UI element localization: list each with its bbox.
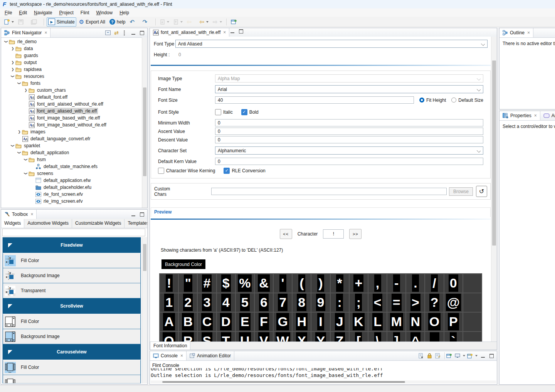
simulate-button[interactable]: ▶ Simulate bbox=[47, 17, 76, 27]
character-cell[interactable]: V bbox=[254, 331, 273, 342]
character-cell[interactable]: < bbox=[368, 293, 387, 312]
clear-console-button[interactable] bbox=[418, 353, 424, 359]
tree-item[interactable]: AAfont_image_based_with_rle.eff bbox=[1, 114, 142, 121]
tree-expander-icon[interactable]: ❯ bbox=[17, 81, 21, 86]
character-cell[interactable]: F bbox=[254, 312, 273, 331]
character-cell[interactable]: ! bbox=[160, 274, 178, 293]
minimize-button[interactable] bbox=[480, 353, 486, 359]
tree-item[interactable]: ❯resources bbox=[1, 73, 142, 80]
character-cell[interactable]: 1 bbox=[160, 293, 178, 312]
previous-annotation-button[interactable] bbox=[172, 17, 184, 27]
menu-flint[interactable]: Flint bbox=[77, 9, 93, 17]
character-cell[interactable]: ; bbox=[349, 293, 368, 312]
ascent-value-input[interactable]: 0 bbox=[215, 128, 483, 135]
character-cell[interactable]: # bbox=[197, 274, 216, 293]
tree-item[interactable]: ❯custom_chars bbox=[1, 87, 142, 94]
character-cell[interactable]: A bbox=[160, 312, 178, 331]
custom-chars-input[interactable] bbox=[211, 188, 447, 195]
tree-expander-icon[interactable]: ❯ bbox=[23, 88, 29, 92]
pin-console-button[interactable] bbox=[446, 353, 452, 359]
toolbox-item-fill-color[interactable]: Fill Color bbox=[3, 314, 141, 329]
tree-item[interactable]: default_placeholder.efu bbox=[1, 184, 142, 191]
character-cell[interactable]: N bbox=[406, 312, 425, 331]
tree-item[interactable]: ❯sparklet bbox=[1, 142, 142, 149]
character-cell[interactable]: . bbox=[406, 274, 425, 293]
tree-item[interactable]: guards bbox=[1, 52, 142, 59]
toolbox-search-input[interactable] bbox=[2, 229, 145, 236]
tree-item[interactable]: AAdefault_language_convert.efr bbox=[1, 135, 142, 142]
back-button[interactable]: ⇦ bbox=[198, 17, 210, 27]
toolbox-scrollbar[interactable] bbox=[142, 237, 147, 384]
tree-expander-icon[interactable]: ❯ bbox=[17, 130, 22, 134]
properties-tab[interactable]: Properties × bbox=[500, 111, 540, 120]
character-cell[interactable]: P bbox=[444, 312, 463, 331]
next-annotation-button[interactable] bbox=[158, 17, 171, 27]
tree-expander-icon[interactable]: ❯ bbox=[4, 39, 8, 44]
character-cell[interactable]: $ bbox=[217, 274, 235, 293]
editor-tab[interactable]: AA font_anti_aliased_with_rle.eff × bbox=[150, 28, 229, 37]
toolbox-item-fill-color[interactable]: ...Fill Color bbox=[3, 360, 141, 375]
character-cell[interactable]: ^ bbox=[406, 331, 425, 342]
toolbox-item[interactable] bbox=[3, 375, 141, 384]
default-size-radio[interactable]: Default Size bbox=[451, 98, 483, 103]
new-wizard-button[interactable] bbox=[2, 17, 15, 27]
toolbox-tab-templates[interactable]: Templates bbox=[124, 219, 148, 228]
character-cell[interactable]: U bbox=[235, 331, 254, 342]
tree-item[interactable]: AAfont_image_based_without_rle.eff bbox=[1, 121, 142, 128]
tree-expander-icon[interactable]: ❯ bbox=[24, 157, 28, 162]
character-cell[interactable]: T bbox=[217, 331, 235, 342]
character-cell[interactable]: Y bbox=[311, 331, 330, 342]
character-cell[interactable]: 7 bbox=[273, 293, 292, 312]
character-cell[interactable]: 0 bbox=[444, 274, 463, 293]
tree-item[interactable]: rle_font_screen.efv bbox=[1, 191, 142, 198]
font-information-tab[interactable]: Font Information bbox=[150, 342, 190, 350]
character-cell[interactable]: % bbox=[235, 274, 254, 293]
character-wise-kerning-checkbox[interactable]: Character Wise Kerning bbox=[158, 168, 215, 174]
character-cell[interactable]: & bbox=[254, 274, 273, 293]
tree-expander-icon[interactable]: ❯ bbox=[24, 171, 28, 176]
toolbox-tab[interactable]: Toolbox × bbox=[1, 210, 37, 219]
previous-character-button[interactable]: << bbox=[280, 229, 292, 239]
character-cell[interactable]: 2 bbox=[178, 293, 197, 312]
background-color-button[interactable]: Background Color bbox=[161, 259, 205, 269]
character-cell[interactable]: ` bbox=[444, 331, 463, 342]
font-size-input[interactable]: 40 bbox=[215, 96, 414, 104]
display-console-button[interactable] bbox=[454, 353, 461, 359]
character-cell[interactable]: D bbox=[217, 312, 235, 331]
menu-file[interactable]: File bbox=[1, 9, 15, 17]
navigator-tab[interactable]: Flint Navigator × bbox=[1, 28, 50, 37]
bold-checkbox[interactable]: ✓ Bold bbox=[241, 109, 259, 115]
character-input[interactable]: ! bbox=[323, 229, 344, 239]
character-cell[interactable]: ? bbox=[425, 293, 444, 312]
console-hscrollbar[interactable] bbox=[151, 380, 496, 384]
character-cell[interactable] bbox=[463, 312, 482, 331]
tree-item[interactable]: ❯data bbox=[1, 45, 142, 52]
character-cell[interactable]: 8 bbox=[292, 293, 311, 312]
word-wrap-button[interactable] bbox=[435, 353, 441, 359]
editor-scrollbar[interactable] bbox=[491, 37, 497, 342]
view-menu-button[interactable] bbox=[122, 30, 128, 36]
tree-item[interactable]: ❯default_application bbox=[1, 149, 142, 156]
tree-item[interactable]: AAfont_anti_alaised_without_rle.eff bbox=[1, 101, 142, 108]
character-cell[interactable]: > bbox=[406, 293, 425, 312]
tree-item[interactable]: ❯rle_demo bbox=[1, 38, 142, 45]
export-all-button[interactable]: ⚙ Export All bbox=[77, 17, 107, 27]
character-set-select[interactable]: Alphanumeric bbox=[215, 146, 483, 155]
default-kern-input[interactable]: 0 bbox=[215, 158, 483, 165]
character-cell[interactable]: ] bbox=[387, 331, 406, 342]
help-button[interactable]: ? help bbox=[108, 17, 127, 27]
last-edit-location-button[interactable]: ⇦ bbox=[185, 17, 197, 27]
toolbox-tab-widgets[interactable]: Widgets bbox=[1, 219, 24, 228]
character-cell[interactable]: R bbox=[178, 331, 197, 342]
maximize-button[interactable] bbox=[488, 353, 494, 359]
minimize-button[interactable] bbox=[130, 30, 136, 36]
tree-item[interactable]: default_state_machine.efs bbox=[1, 163, 142, 170]
tree-item[interactable]: ❯fonts bbox=[1, 80, 142, 87]
menu-window[interactable]: Window bbox=[92, 9, 116, 17]
save-all-button[interactable] bbox=[29, 17, 41, 27]
character-cell[interactable]: J bbox=[330, 312, 349, 331]
character-cell[interactable]: Z bbox=[330, 331, 349, 342]
animation-editor-tab[interactable]: Animation Editor bbox=[187, 351, 234, 360]
character-cell[interactable]: S bbox=[197, 331, 216, 342]
tree-expander-icon[interactable]: ❯ bbox=[10, 61, 15, 64]
